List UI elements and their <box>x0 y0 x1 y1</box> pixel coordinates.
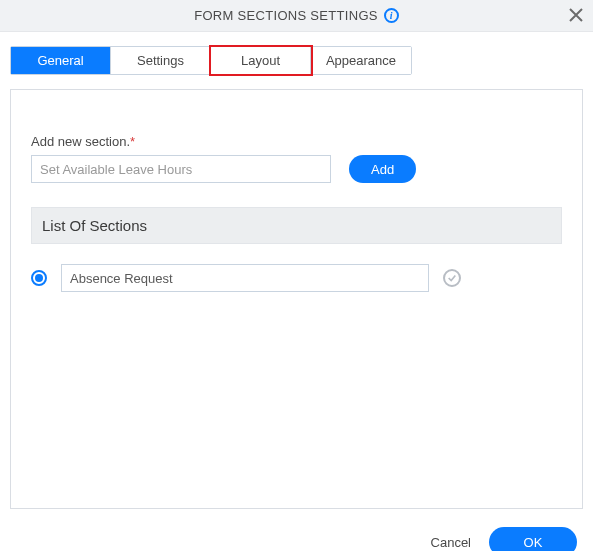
add-button[interactable]: Add <box>349 155 416 183</box>
cancel-button[interactable]: Cancel <box>431 535 471 550</box>
modal-title: FORM SECTIONS SETTINGS i <box>194 8 399 23</box>
section-row <box>31 264 562 292</box>
info-icon[interactable]: i <box>384 8 399 23</box>
add-section-label: Add new section.* <box>31 134 562 149</box>
confirm-check-icon[interactable] <box>443 269 461 287</box>
required-asterisk: * <box>130 134 135 149</box>
tabs: General Settings Layout Appearance <box>10 46 412 75</box>
tab-layout[interactable]: Layout <box>211 47 311 74</box>
panel-general: Add new section.* Add List Of Sections <box>10 89 583 509</box>
modal-header: FORM SECTIONS SETTINGS i <box>0 0 593 32</box>
tab-settings[interactable]: Settings <box>111 47 211 74</box>
section-name-input[interactable] <box>61 264 429 292</box>
modal-title-text: FORM SECTIONS SETTINGS <box>194 8 378 23</box>
tab-appearance[interactable]: Appearance <box>311 47 411 74</box>
tabs-container: General Settings Layout Appearance <box>0 32 593 75</box>
add-section-input[interactable] <box>31 155 331 183</box>
list-of-sections-header: List Of Sections <box>31 207 562 244</box>
close-icon[interactable] <box>569 7 583 25</box>
ok-button[interactable]: OK <box>489 527 577 551</box>
section-radio[interactable] <box>31 270 47 286</box>
tab-general[interactable]: General <box>11 47 111 74</box>
add-section-label-text: Add new section. <box>31 134 130 149</box>
radio-dot-icon <box>35 274 43 282</box>
modal-footer: Cancel OK <box>0 519 593 551</box>
add-section-row: Add <box>31 155 562 183</box>
